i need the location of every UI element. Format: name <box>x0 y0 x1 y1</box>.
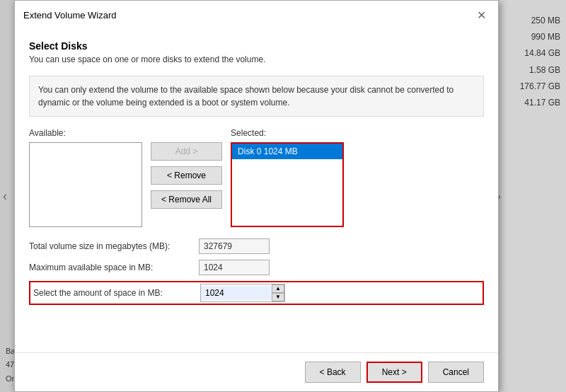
dialog-content: Select Disks You can use space on one or… <box>15 29 498 352</box>
selected-disk-item[interactable]: Disk 0 1024 MB <box>232 144 342 159</box>
dialog-footer: < Back Next > Cancel <box>15 352 498 391</box>
disk-selection-area: Available: Add > < Remove < Remove All S… <box>29 128 484 227</box>
info-box: You can only extend the volume to the av… <box>29 76 484 117</box>
dialog-titlebar: Extend Volume Wizard ✕ <box>15 1 498 29</box>
available-section: Available: <box>29 128 142 227</box>
max-space-label: Maximum available space in MB: <box>29 263 199 272</box>
close-button[interactable]: ✕ <box>473 6 490 23</box>
disk-buttons: Add > < Remove < Remove All <box>151 128 222 209</box>
dialog-title: Extend Volume Wizard <box>23 10 117 21</box>
add-button[interactable]: Add > <box>151 142 222 161</box>
available-list[interactable] <box>29 142 142 227</box>
left-nav-arrow[interactable]: ‹ <box>0 186 10 207</box>
remove-all-button[interactable]: < Remove All <box>151 190 222 209</box>
cancel-button[interactable]: Cancel <box>428 362 484 383</box>
next-button[interactable]: Next > <box>366 362 422 383</box>
bg-size-1: 250 MB <box>531 14 560 28</box>
selected-label: Selected: <box>231 128 344 138</box>
section-title: Select Disks <box>29 40 484 52</box>
spin-buttons: ▲ ▼ <box>272 284 284 301</box>
max-space-value: 1024 <box>199 260 270 275</box>
selected-section: Selected: Disk 0 1024 MB <box>231 128 344 227</box>
bg-size-3: 14.84 GB <box>524 47 560 60</box>
total-size-value: 327679 <box>199 238 270 254</box>
total-size-label: Total volume size in megabytes (MB): <box>29 241 199 251</box>
bg-size-2: 990 MB <box>531 30 560 44</box>
selected-list[interactable]: Disk 0 1024 MB <box>231 142 344 227</box>
remove-button[interactable]: < Remove <box>151 166 222 185</box>
bg-size-6: 41.17 GB <box>524 96 560 110</box>
max-space-row: Maximum available space in MB: 1024 <box>29 260 484 275</box>
space-spinner[interactable]: ▲ ▼ <box>200 284 285 302</box>
back-button[interactable]: < Back <box>305 362 361 383</box>
space-input[interactable] <box>201 286 272 300</box>
select-space-row: Select the amount of space in MB: ▲ ▼ <box>29 281 484 305</box>
section-desc: You can use space on one or more disks t… <box>29 54 484 64</box>
spin-up-button[interactable]: ▲ <box>272 284 284 293</box>
select-space-label: Select the amount of space in MB: <box>32 288 200 298</box>
available-label: Available: <box>29 128 142 138</box>
bg-size-5: 176.77 GB <box>520 80 560 93</box>
total-size-row: Total volume size in megabytes (MB): 327… <box>29 238 484 254</box>
spin-down-button[interactable]: ▼ <box>272 293 284 301</box>
extend-volume-dialog: Extend Volume Wizard ✕ Select Disks You … <box>14 0 499 392</box>
bg-size-4: 1.58 GB <box>529 64 560 77</box>
